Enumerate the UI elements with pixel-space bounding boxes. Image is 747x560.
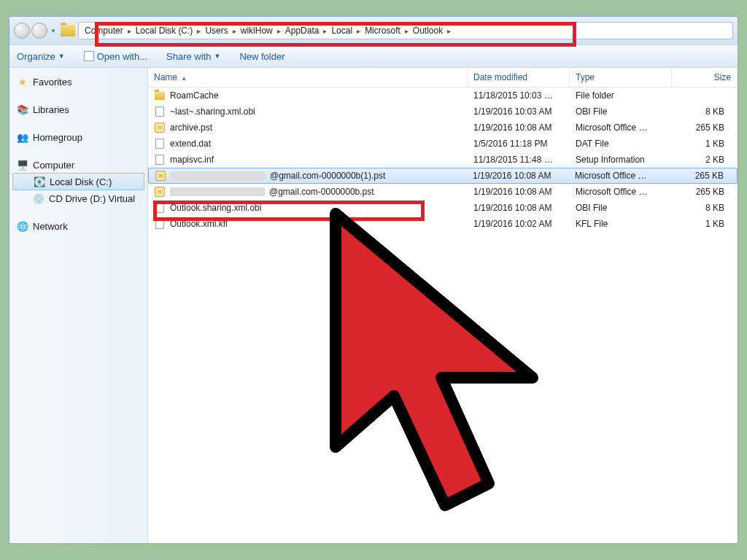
pst-file-icon: ✉ xyxy=(154,122,166,133)
sidebar-item-libraries[interactable]: 📚 Libraries xyxy=(12,101,144,117)
open-with-button[interactable]: Open with... xyxy=(84,51,147,62)
header-name[interactable]: Name ▲ xyxy=(148,68,468,87)
file-row[interactable]: mapisvc.inf11/18/2015 11:48 …Setup Infor… xyxy=(148,152,738,168)
breadcrumb-segment[interactable]: Computer xyxy=(82,26,126,36)
organize-label: Organize xyxy=(17,51,55,62)
sidebar-item-computer[interactable]: 🖥️ Computer xyxy=(12,157,144,173)
file-row[interactable]: extend.dat1/5/2016 11:18 PMDAT File1 KB xyxy=(148,136,738,152)
file-icon xyxy=(154,106,166,117)
header-type[interactable]: Type xyxy=(570,68,672,87)
content-area: Name ▲ Date modified Type Size RoamCache… xyxy=(148,68,738,543)
file-name-cell: ✉archive.pst xyxy=(148,120,468,135)
file-size-cell: 1 KB xyxy=(672,137,738,150)
back-button[interactable] xyxy=(14,23,30,39)
breadcrumb-segment[interactable]: Microsoft xyxy=(362,26,403,36)
file-date-cell: 1/19/2016 10:08 AM xyxy=(467,169,569,182)
sidebar-item-network[interactable]: 🌐 Network xyxy=(12,218,144,234)
header-name-label: Name xyxy=(154,72,177,82)
folder-icon xyxy=(154,90,166,101)
chevron-right-icon: ▸ xyxy=(128,27,131,35)
header-size[interactable]: Size xyxy=(672,68,738,87)
local-disk-label: Local Disk (C:) xyxy=(50,176,112,187)
redacted-text xyxy=(170,187,265,196)
file-row[interactable]: ~last~.sharing.xml.obi1/19/2016 10:03 AM… xyxy=(148,104,738,120)
breadcrumb-segment[interactable]: Local Disk (C:) xyxy=(133,26,196,36)
main-area: ★ Favorites 📚 Libraries 👥 Homegroup 🖥️ xyxy=(9,68,738,543)
libraries-label: Libraries xyxy=(33,104,69,115)
file-row[interactable]: ✉@gmail.com-0000000b.pst1/19/2016 10:08 … xyxy=(148,184,738,200)
header-date[interactable]: Date modified xyxy=(468,68,570,87)
file-size-cell: 8 KB xyxy=(672,105,738,118)
share-with-button[interactable]: Share with ▼ xyxy=(166,51,220,62)
file-name-cell: Outlook.xml.kfl xyxy=(148,217,468,231)
cd-drive-label: CD Drive (D:) Virtual xyxy=(49,193,135,204)
file-name-label: mapisvc.inf xyxy=(170,155,214,165)
file-type-cell: Microsoft Office … xyxy=(570,185,672,198)
file-row[interactable]: Outlook.sharing.xml.obi1/19/2016 10:08 A… xyxy=(148,200,738,216)
breadcrumb-segment[interactable]: wikiHow xyxy=(238,26,276,36)
file-type-cell: Microsoft Office … xyxy=(569,169,671,182)
chevron-right-icon: ▸ xyxy=(405,27,409,35)
file-icon xyxy=(154,154,166,166)
chevron-down-icon: ▼ xyxy=(214,52,220,60)
homegroup-label: Homegroup xyxy=(33,132,82,143)
file-date-cell: 1/19/2016 10:03 AM xyxy=(468,105,570,118)
chevron-right-icon: ▸ xyxy=(197,27,201,35)
file-date-cell: 11/18/2015 11:48 … xyxy=(468,153,570,166)
open-with-icon xyxy=(84,51,94,61)
sidebar: ★ Favorites 📚 Libraries 👥 Homegroup 🖥️ xyxy=(9,68,148,543)
forward-button[interactable] xyxy=(31,23,47,39)
breadcrumb-segment[interactable]: Users xyxy=(202,26,231,36)
organize-button[interactable]: Organize ▼ xyxy=(17,51,65,62)
file-row[interactable]: Outlook.xml.kfl1/19/2016 10:02 AMKFL Fil… xyxy=(148,216,738,232)
address-bar-row: ▼ Computer▸Local Disk (C:)▸Users▸wikiHow… xyxy=(9,17,738,44)
toolbar: Organize ▼ Open with... Share with ▼ New… xyxy=(9,44,738,68)
file-row[interactable]: RoamCache11/18/2015 10:03 …File folder xyxy=(148,88,738,104)
file-icon xyxy=(154,202,166,214)
file-date-cell: 11/18/2015 10:03 … xyxy=(468,89,570,102)
nav-buttons xyxy=(14,23,47,39)
file-name-cell: mapisvc.inf xyxy=(148,152,468,167)
sidebar-item-cd-drive[interactable]: 💿 CD Drive (D:) Virtual xyxy=(12,190,144,206)
sidebar-item-homegroup[interactable]: 👥 Homegroup xyxy=(12,129,144,145)
file-name-label: Outlook.xml.kfl xyxy=(170,219,228,229)
chevron-right-icon: ▸ xyxy=(447,27,451,35)
sidebar-item-local-disk[interactable]: 💽 Local Disk (C:) xyxy=(12,173,144,190)
computer-icon: 🖥️ xyxy=(17,159,28,171)
chevron-right-icon: ▸ xyxy=(277,27,281,35)
new-folder-button[interactable]: New folder xyxy=(239,51,285,62)
file-name-cell: RoamCache xyxy=(148,88,468,103)
breadcrumb-segment[interactable]: Outlook xyxy=(410,26,446,36)
file-name-label: archive.pst xyxy=(170,122,212,133)
file-row[interactable]: ✉archive.pst1/19/2016 10:08 AMMicrosoft … xyxy=(148,120,738,136)
explorer-window: ▼ Computer▸Local Disk (C:)▸Users▸wikiHow… xyxy=(9,16,738,544)
file-size-cell: 2 KB xyxy=(672,153,738,166)
homegroup-icon: 👥 xyxy=(17,131,28,143)
favorites-label: Favorites xyxy=(33,77,71,88)
redacted-text xyxy=(171,171,266,180)
file-icon xyxy=(154,138,166,149)
breadcrumb[interactable]: Computer▸Local Disk (C:)▸Users▸wikiHow▸A… xyxy=(78,22,733,39)
file-type-cell: DAT File xyxy=(570,137,672,150)
share-with-label: Share with xyxy=(166,51,211,62)
file-size-cell: 1 KB xyxy=(672,217,738,230)
chevron-right-icon: ▸ xyxy=(323,27,327,35)
file-name-cell: Outlook.sharing.xml.obi xyxy=(148,201,468,215)
sidebar-item-favorites[interactable]: ★ Favorites xyxy=(12,74,144,90)
file-type-cell: OBI File xyxy=(570,201,672,214)
chevron-right-icon: ▸ xyxy=(357,27,360,35)
file-row[interactable]: ✉@gmail.com-0000000b(1).pst1/19/2016 10:… xyxy=(148,168,738,184)
network-label: Network xyxy=(33,221,68,232)
drive-icon: 💽 xyxy=(34,176,45,187)
file-name-label: RoamCache xyxy=(170,90,219,101)
file-date-cell: 1/19/2016 10:08 AM xyxy=(468,201,570,214)
star-icon: ★ xyxy=(17,76,28,88)
file-size-cell: 8 KB xyxy=(672,201,738,214)
file-date-cell: 1/19/2016 10:08 AM xyxy=(468,121,570,134)
history-dropdown-icon[interactable]: ▼ xyxy=(50,25,58,36)
file-date-cell: 1/5/2016 11:18 PM xyxy=(468,137,570,150)
file-size-cell xyxy=(672,94,738,97)
chevron-right-icon: ▸ xyxy=(233,27,236,35)
breadcrumb-segment[interactable]: AppData xyxy=(282,26,322,36)
breadcrumb-segment[interactable]: Local xyxy=(328,26,355,36)
